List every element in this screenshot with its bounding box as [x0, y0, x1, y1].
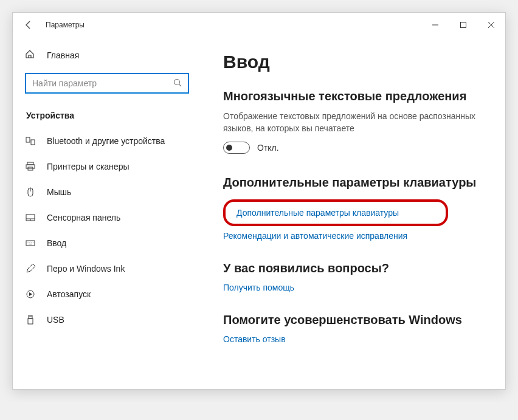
- toggle-row: Откл.: [223, 142, 483, 154]
- main-panel: Ввод Многоязычные текстовые предложения …: [201, 37, 505, 389]
- svg-rect-6: [26, 137, 30, 142]
- nav-autoplay[interactable]: Автозапуск: [15, 282, 199, 306]
- svg-point-19: [32, 243, 32, 243]
- section-heading: Многоязычные текстовые предложения: [223, 89, 483, 103]
- keyboard-icon: [25, 238, 36, 248]
- home-nav[interactable]: Главная: [15, 43, 199, 67]
- section-heading: У вас появились вопросы?: [223, 261, 483, 275]
- search-box[interactable]: [25, 73, 189, 94]
- nav-bluetooth[interactable]: Bluetooth и другие устройства: [15, 129, 199, 153]
- home-icon: [25, 49, 36, 61]
- keyboard-section: Дополнительные параметры клавиатуры Допо…: [223, 176, 483, 241]
- section-desc: Отображение текстовых предложений на осн…: [223, 111, 483, 134]
- nav-label: USB: [47, 315, 64, 325]
- content-area: Главная Устройства Bluetooth и другие ус…: [13, 37, 505, 389]
- nav-usb[interactable]: USB: [15, 308, 199, 332]
- pen-icon: [25, 264, 36, 274]
- autocorrect-link[interactable]: Рекомендации и автоматические исправлени…: [223, 231, 483, 241]
- nav-label: Автозапуск: [47, 289, 91, 299]
- advanced-keyboard-link[interactable]: Дополнительные параметры клавиатуры: [237, 208, 435, 218]
- svg-point-17: [28, 243, 29, 243]
- svg-point-20: [33, 243, 34, 243]
- nav-mouse[interactable]: Мышь: [15, 180, 199, 204]
- svg-rect-7: [31, 140, 35, 145]
- nav-label: Bluetooth и другие устройства: [47, 136, 165, 146]
- toggle-knob: [226, 145, 232, 151]
- window-title: Параметры: [46, 21, 421, 29]
- svg-point-4: [174, 79, 180, 84]
- svg-line-5: [179, 84, 182, 86]
- minimize-button[interactable]: [421, 13, 449, 37]
- bluetooth-icon: [25, 136, 36, 146]
- page-title: Ввод: [223, 52, 483, 72]
- nav-printers[interactable]: Принтеры и сканеры: [15, 154, 199, 179]
- settings-window: Параметры Главная: [12, 12, 506, 390]
- svg-rect-24: [28, 318, 33, 324]
- section-heading: Помогите усовершенствовать Windows: [223, 313, 483, 327]
- usb-icon: [25, 315, 36, 325]
- nav-pen[interactable]: Перо и Windows Ink: [15, 256, 199, 281]
- nav-label: Принтеры и сканеры: [47, 162, 129, 171]
- titlebar: Параметры: [13, 13, 505, 37]
- feedback-link[interactable]: Оставить отзыв: [223, 334, 483, 344]
- search-input[interactable]: [32, 78, 173, 88]
- toggle-state-label: Откл.: [257, 143, 279, 153]
- touchpad-icon: [25, 213, 36, 222]
- svg-rect-9: [26, 165, 35, 168]
- window-controls: [421, 13, 505, 37]
- svg-rect-8: [27, 162, 33, 165]
- svg-rect-23: [29, 315, 32, 318]
- search-icon: [173, 78, 182, 89]
- nav-touchpad[interactable]: Сенсорная панель: [15, 205, 199, 230]
- nav-label: Мышь: [47, 187, 71, 197]
- home-label: Главная: [47, 50, 79, 60]
- printer-icon: [25, 162, 36, 171]
- nav-label: Ввод: [47, 238, 66, 248]
- close-button[interactable]: [477, 13, 505, 37]
- mouse-icon: [25, 187, 36, 197]
- get-help-link[interactable]: Получить помощь: [223, 283, 483, 292]
- svg-rect-16: [26, 241, 35, 246]
- nav-label: Сенсорная панель: [47, 213, 120, 222]
- highlight-annotation: Дополнительные параметры клавиатуры: [223, 199, 448, 226]
- sidebar: Главная Устройства Bluetooth и другие ус…: [13, 37, 201, 389]
- feedback-section: Помогите усовершенствовать Windows Остав…: [223, 313, 483, 344]
- autoplay-icon: [25, 289, 36, 299]
- section-heading: Дополнительные параметры клавиатуры: [223, 176, 483, 190]
- svg-point-18: [30, 243, 30, 243]
- nav-typing[interactable]: Ввод: [15, 231, 199, 255]
- questions-section: У вас появились вопросы? Получить помощь: [223, 261, 483, 292]
- svg-rect-1: [461, 22, 466, 28]
- maximize-button[interactable]: [449, 13, 477, 37]
- multilang-section: Многоязычные текстовые предложения Отобр…: [223, 89, 483, 154]
- category-heading: Устройства: [15, 105, 199, 129]
- back-button[interactable]: [24, 20, 33, 30]
- multilang-toggle[interactable]: [223, 142, 250, 154]
- nav-label: Перо и Windows Ink: [47, 264, 125, 274]
